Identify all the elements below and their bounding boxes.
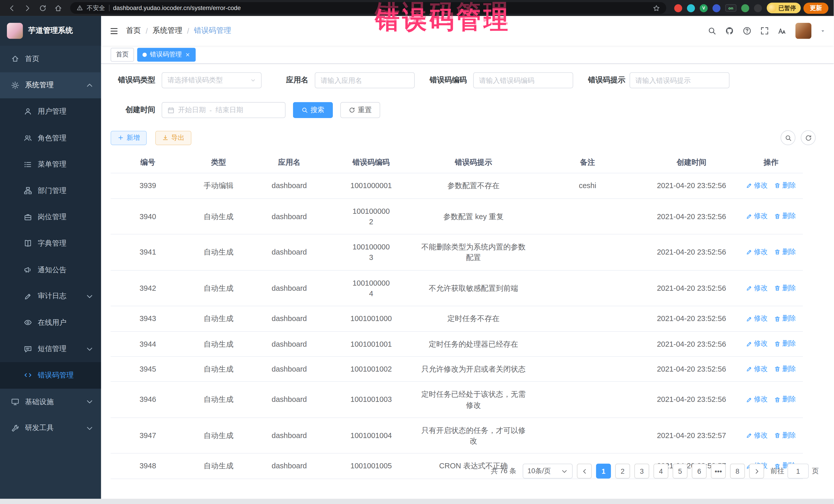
row-type: 手动编辑: [185, 174, 252, 198]
breadcrumb-item[interactable]: 系统管理: [152, 26, 182, 36]
delete-link[interactable]: 删除: [774, 212, 796, 221]
sidebar-item-dept[interactable]: 部门管理: [0, 178, 101, 204]
browser-home-icon[interactable]: [51, 2, 64, 14]
pin-extension-icon[interactable]: [754, 4, 762, 12]
delete-link[interactable]: 删除: [774, 364, 796, 374]
edit-link[interactable]: 修改: [746, 247, 768, 257]
browser-forward-icon[interactable]: [21, 2, 34, 14]
menu-fold-icon[interactable]: [110, 26, 118, 36]
update-button[interactable]: 更新: [804, 2, 828, 14]
refresh-table-button[interactable]: [800, 130, 815, 145]
sidebar-item-menu[interactable]: 菜单管理: [0, 151, 101, 178]
sidebar-item-audit-log[interactable]: 审计日志: [0, 283, 101, 309]
goto-page-input[interactable]: [788, 464, 809, 479]
next-page-button[interactable]: [749, 464, 764, 479]
delete-link[interactable]: 删除: [774, 431, 796, 441]
tab-error-code[interactable]: 错误码管理: [137, 47, 196, 61]
sidebar-item-home[interactable]: 首页: [0, 46, 101, 72]
toggle-search-button[interactable]: [781, 130, 795, 145]
leaf-extension-icon[interactable]: [741, 4, 749, 12]
filter-error-type: 错误码类型 请选择错误码类型: [111, 72, 262, 88]
stats-extension-icon[interactable]: [712, 4, 720, 12]
delete-link[interactable]: 删除: [774, 283, 796, 293]
sidebar-item-notice[interactable]: 通知公告: [0, 257, 101, 283]
help-icon[interactable]: [743, 27, 751, 35]
sidebar-item-label: 系统管理: [25, 81, 79, 90]
sidebar-item-post[interactable]: 岗位管理: [0, 204, 101, 231]
fullscreen-icon[interactable]: [760, 27, 769, 35]
row-memo: [531, 429, 644, 442]
delete-link[interactable]: 删除: [774, 181, 796, 191]
browser-reload-icon[interactable]: [36, 2, 49, 14]
sidebar-item-system[interactable]: 系统管理: [0, 72, 101, 98]
page-button-5[interactable]: 5: [673, 464, 687, 479]
book-icon: [23, 239, 32, 247]
sidebar-item-infra[interactable]: 基础设施: [0, 389, 101, 415]
delete-link[interactable]: 删除: [774, 339, 796, 349]
colorpicker-extension-icon[interactable]: [687, 4, 695, 12]
header-search-icon[interactable]: [708, 27, 716, 35]
sidebar-item-dev-tool[interactable]: 研发工具: [0, 415, 101, 441]
user-avatar[interactable]: [795, 23, 811, 39]
page-button-1[interactable]: 1: [596, 464, 611, 479]
error-type-select[interactable]: 请选择错误码类型: [162, 72, 262, 88]
export-button[interactable]: 导出: [155, 131, 192, 145]
v-extension-icon[interactable]: V: [700, 4, 708, 12]
avatar-caret-icon[interactable]: [820, 28, 825, 34]
edit-link[interactable]: 修改: [746, 181, 768, 191]
edit-link[interactable]: 修改: [746, 314, 768, 324]
plus-icon: [117, 134, 124, 141]
prev-page-button[interactable]: [577, 464, 592, 479]
reset-button[interactable]: 重置: [340, 102, 380, 118]
error-code-input[interactable]: [473, 72, 573, 88]
edit-link[interactable]: 修改: [746, 212, 768, 221]
page-button-8[interactable]: 8: [730, 464, 745, 479]
gear-icon: [10, 81, 19, 89]
edit-icon: [746, 285, 752, 291]
row-actions: 修改删除: [739, 357, 803, 381]
address-bar[interactable]: 不安全 dashboard.yudao.iocoder.cn/system/er…: [70, 2, 666, 14]
font-size-icon[interactable]: [778, 27, 786, 35]
search-button[interactable]: 搜索: [293, 102, 333, 118]
sidebar-item-label: 基础设施: [25, 397, 79, 407]
row-code: 100100000 4: [326, 270, 416, 306]
delete-link[interactable]: 删除: [774, 395, 796, 405]
sidebar: 芋道管理系统 首页系统管理用户管理角色管理菜单管理部门管理岗位管理字典管理通知公…: [0, 16, 101, 504]
recorder-extension-icon[interactable]: [674, 4, 682, 12]
error-hint-input[interactable]: [630, 72, 729, 88]
table-row: 3946自动生成dashboard1001001003定时任务已经处于该状态，无…: [111, 382, 803, 418]
edit-link[interactable]: 修改: [746, 364, 768, 374]
page-button-4[interactable]: 4: [653, 464, 668, 479]
page-button-2[interactable]: 2: [615, 464, 630, 479]
delete-link[interactable]: 删除: [774, 314, 796, 324]
close-icon[interactable]: [185, 52, 191, 57]
edit-link[interactable]: 修改: [746, 395, 768, 405]
page-button-6[interactable]: 6: [692, 464, 707, 479]
bookmark-star-icon[interactable]: [653, 5, 660, 12]
sidebar-item-sms[interactable]: 短信管理: [0, 336, 101, 363]
add-button[interactable]: 新增: [111, 131, 147, 145]
page-size-select[interactable]: 10条/页: [523, 464, 573, 479]
sidebar-item-role[interactable]: 角色管理: [0, 125, 101, 151]
proxy-extension-icon[interactable]: on: [725, 4, 737, 12]
sidebar-item-dict[interactable]: 字典管理: [0, 230, 101, 257]
paused-badge[interactable]: 已暂停: [767, 3, 801, 13]
edit-link[interactable]: 修改: [746, 431, 768, 441]
date-range-picker[interactable]: 开始日期 - 结束日期: [162, 102, 286, 118]
sidebar-item-user[interactable]: 用户管理: [0, 98, 101, 125]
app-name-input[interactable]: [315, 72, 415, 88]
page-ellipsis[interactable]: •••: [711, 464, 726, 479]
edit-label: 修改: [754, 364, 768, 374]
page-button-3[interactable]: 3: [634, 464, 649, 479]
tab-home[interactable]: 首页: [111, 47, 134, 61]
edit-icon: [746, 316, 752, 322]
edit-link[interactable]: 修改: [746, 339, 768, 349]
breadcrumb: 首页/系统管理/错误码管理: [126, 26, 231, 36]
edit-link[interactable]: 修改: [746, 283, 768, 293]
delete-link[interactable]: 删除: [774, 247, 796, 257]
github-icon[interactable]: [725, 27, 734, 35]
sidebar-item-error-code[interactable]: 错误码管理: [0, 362, 101, 389]
breadcrumb-item[interactable]: 首页: [126, 26, 141, 36]
browser-back-icon[interactable]: [5, 2, 18, 14]
sidebar-item-online-user[interactable]: 在线用户: [0, 309, 101, 336]
